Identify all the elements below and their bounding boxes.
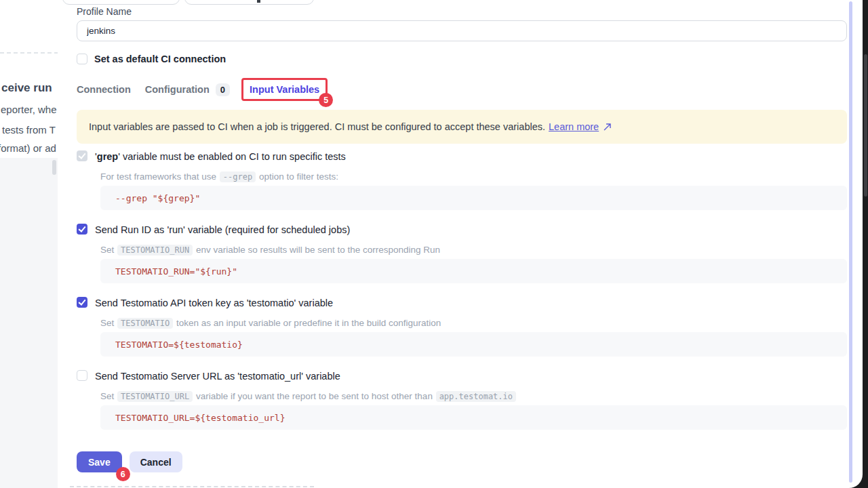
save-button[interactable]: Save 6 [77, 451, 122, 472]
variable-description: Set TESTOMATIO_RUN env variable so resul… [100, 243, 847, 257]
background-text-fragment: tests from T [2, 124, 56, 136]
annotation-step-badge: 6 [116, 467, 130, 481]
tab-bar: Connection Configuration 0 Input Variabl… [77, 77, 328, 102]
variable-label-row: Send Run ID as 'run' variable (required … [77, 224, 847, 236]
info-banner: Input variables are passed to CI when a … [77, 110, 847, 144]
default-ci-checkbox[interactable] [77, 54, 87, 64]
variable-label-row: Send Testomatio API token key as 'testom… [77, 297, 847, 309]
dashed-divider [0, 52, 58, 54]
variable-description: For test frameworks that use --grep opti… [100, 170, 847, 184]
tab-input-variables[interactable]: Input Variables [250, 84, 319, 95]
ci-settings-panel: Profile Name Set as default CI connectio… [58, 0, 863, 488]
variable-section: Send Testomatio Server URL as 'testomati… [77, 370, 847, 430]
profile-name-input[interactable] [77, 20, 847, 41]
variable-checkbox[interactable] [77, 297, 87, 308]
variable-section: Send Testomatio API token key as 'testom… [77, 297, 847, 357]
variable-checkbox [77, 150, 87, 161]
variable-section: Send Run ID as 'run' variable (required … [77, 224, 847, 283]
variable-label: 'grep' variable must be enabled on CI to… [95, 150, 346, 163]
form-actions: Save 6 Cancel [77, 451, 182, 472]
configuration-count-badge: 0 [216, 83, 230, 96]
default-ci-row[interactable]: Set as default CI connection [77, 54, 226, 64]
background-gray-area [0, 158, 62, 488]
variable-checkbox[interactable] [77, 370, 87, 381]
variable-code: TESTOMATIO=${testomatio} [115, 340, 243, 350]
cutoff-input-right[interactable] [184, 0, 314, 5]
annotation-box: Input Variables 5 [241, 78, 328, 101]
cancel-button[interactable]: Cancel [130, 451, 182, 472]
external-link-icon [603, 123, 612, 131]
variables-sections: 'grep' variable must be enabled on CI to… [77, 150, 847, 443]
learn-more-link[interactable]: Learn more [549, 121, 599, 132]
variable-checkbox[interactable] [77, 224, 87, 235]
variable-code: --grep "${grep}" [115, 193, 200, 203]
default-ci-label: Set as default CI connection [94, 54, 226, 64]
tab-connection[interactable]: Connection [77, 84, 131, 95]
variable-label: Send Testomatio Server URL as 'testomati… [95, 370, 340, 382]
variable-label: Send Run ID as 'run' variable (required … [95, 224, 350, 236]
cutoff-input-left[interactable] [62, 0, 180, 5]
variable-code-block: TESTOMATIO_RUN="${run}" [100, 259, 847, 283]
variable-description: Set TESTOMATIO_URL variable if you want … [100, 390, 847, 403]
variable-code: TESTOMATIO_URL=${testomatio_url} [115, 413, 285, 423]
annotation-step-badge: 5 [319, 93, 333, 107]
profile-name-label: Profile Name [77, 6, 132, 17]
background-page-column: ceive run eporter, whe tests from T form… [0, 0, 62, 488]
background-heading-fragment: ceive run [1, 81, 52, 95]
background-text-fragment: format) or ad [0, 142, 56, 154]
left-scrollbar-thumb[interactable] [52, 160, 56, 175]
variable-code: TESTOMATIO_RUN="${run}" [115, 266, 237, 277]
variable-label: Send Testomatio API token key as 'testom… [95, 297, 333, 309]
variable-description: Set TESTOMATIO token as an input variabl… [100, 317, 847, 330]
page-scrollbar-thumb[interactable] [864, 54, 867, 197]
tab-configuration[interactable]: Configuration [145, 84, 210, 95]
variable-code-block: TESTOMATIO_URL=${testomatio_url} [100, 405, 847, 430]
variable-code-block: --grep "${grep}" [100, 186, 847, 210]
variable-section: 'grep' variable must be enabled on CI to… [77, 150, 847, 210]
bottom-dashed-border [70, 486, 314, 487]
info-banner-text: Input variables are passed to CI when a … [89, 121, 545, 132]
background-text-fragment: eporter, whe [1, 104, 57, 115]
save-button-label: Save [88, 457, 111, 468]
cutoff-input-content [257, 0, 260, 3]
main-scrollbar-thumb[interactable] [849, 1, 852, 483]
variable-code-block: TESTOMATIO=${testomatio} [100, 332, 847, 357]
variable-label-row: 'grep' variable must be enabled on CI to… [77, 150, 847, 163]
variable-label-row: Send Testomatio Server URL as 'testomati… [77, 370, 847, 382]
